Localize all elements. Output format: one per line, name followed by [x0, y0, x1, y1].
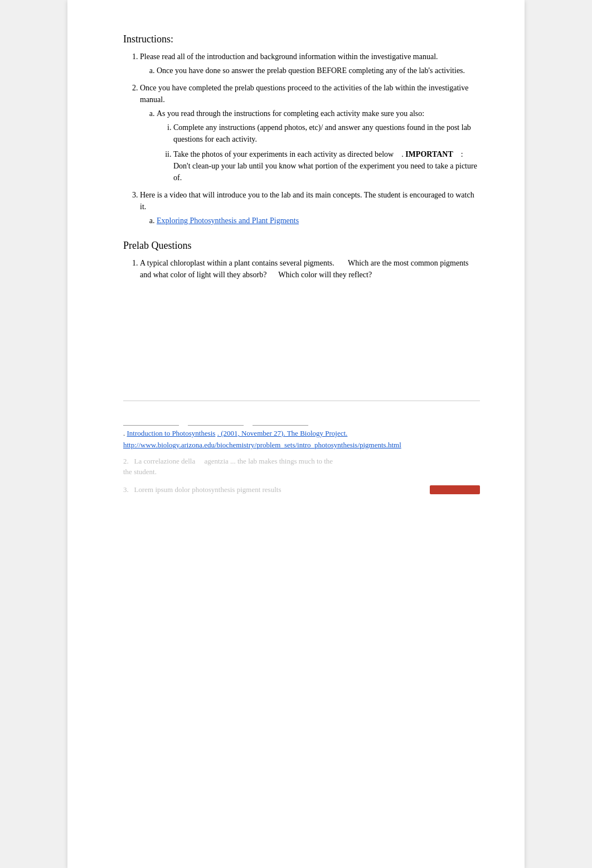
- instruction-item-2ai: Complete any instructions (append photos…: [173, 122, 480, 145]
- instruction-item-2-text: Once you have completed the prelab quest…: [140, 84, 468, 104]
- underline-box-2: [188, 417, 244, 426]
- blurred-text-1b: the student.: [123, 467, 157, 476]
- bottom-blurred-text: Lorem ipsum dolor photosynthesis pigment…: [134, 485, 282, 494]
- prelab-item-1-text: A typical chloroplast within a plant con…: [140, 259, 469, 279]
- instruction-item-3-subitems: Exploring Photosynthesis and Plant Pigme…: [140, 215, 480, 226]
- document-page: Instructions: Please read all of the int…: [67, 0, 525, 868]
- citation-dot: .: [123, 429, 125, 437]
- instruction-item-2aii: Take the photos of your experiments in e…: [173, 148, 480, 184]
- prelab-heading: Prelab Questions: [123, 240, 480, 252]
- citation-section: . Introduction to Photosynthesis . (2001…: [123, 417, 480, 451]
- instruction-item-1a-text: Once you have done so answer the prelab …: [157, 66, 465, 75]
- instruction-item-2a: As you read through the instructions for…: [157, 108, 480, 184]
- underline-box-3: [253, 417, 308, 426]
- blurred-text-1a: 2. La correlazione della agentzia ... th…: [123, 457, 333, 465]
- instructions-heading: Instructions:: [123, 33, 480, 45]
- underline-boxes: [123, 417, 480, 426]
- bottom-row: 3. Lorem ipsum dolor photosynthesis pigm…: [123, 485, 480, 494]
- instruction-item-3a: Exploring Photosynthesis and Plant Pigme…: [157, 215, 480, 226]
- prelab-item-1: A typical chloroplast within a plant con…: [140, 257, 480, 281]
- instruction-item-1: Please read all of the introduction and …: [140, 51, 480, 76]
- citation-text-block: . Introduction to Photosynthesis . (2001…: [123, 428, 480, 451]
- instruction-item-1a: Once you have done so answer the prelab …: [157, 65, 480, 76]
- redacted-block: [430, 485, 480, 494]
- instructions-list: Please read all of the introduction and …: [123, 51, 480, 226]
- instruction-item-2-subitems: As you read through the instructions for…: [140, 108, 480, 184]
- photosynthesis-video-link[interactable]: Exploring Photosynthesis and Plant Pigme…: [157, 216, 299, 225]
- prelab-list: A typical chloroplast within a plant con…: [123, 257, 480, 281]
- instruction-item-3-text: Here is a video that will introduce you …: [140, 191, 474, 211]
- blurred-row-1: 2. La correlazione della agentzia ... th…: [123, 456, 480, 478]
- instruction-item-1-subitems: Once you have done so answer the prelab …: [140, 65, 480, 76]
- instruction-item-2aii-text: Take the photos of your experiments in e…: [173, 150, 477, 182]
- instruction-item-3: Here is a video that will introduce you …: [140, 189, 480, 226]
- bottom-text-left: 3. Lorem ipsum dolor photosynthesis pigm…: [123, 485, 281, 494]
- bottom-number: 3.: [123, 485, 132, 494]
- underline-box-1: [123, 417, 179, 426]
- instruction-item-2a-text: As you read through the instructions for…: [157, 109, 424, 118]
- answer-area[interactable]: [123, 290, 480, 401]
- instruction-item-2ai-text: Complete any instructions (append photos…: [173, 123, 471, 143]
- instruction-item-2a-subitems: Complete any instructions (append photos…: [157, 122, 480, 184]
- instruction-item-2: Once you have completed the prelab quest…: [140, 82, 480, 184]
- instruction-item-1-text: Please read all of the introduction and …: [140, 52, 438, 61]
- citation-link[interactable]: Introduction to Photosynthesis: [127, 429, 216, 437]
